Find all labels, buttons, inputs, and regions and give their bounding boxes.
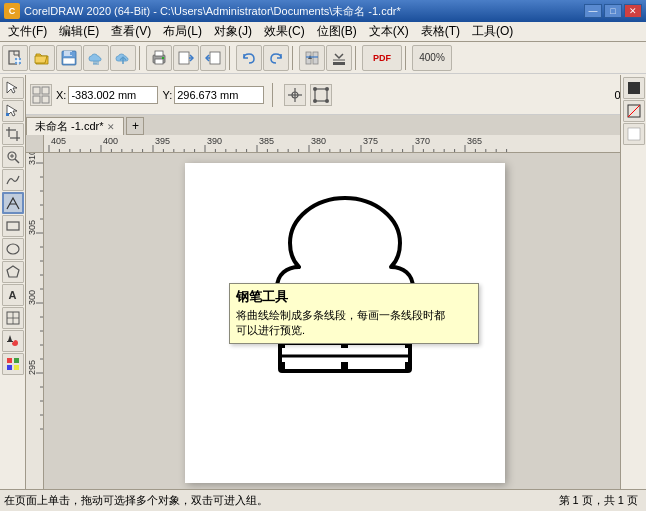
import-button[interactable] [173,45,199,71]
x-input[interactable] [68,86,158,104]
sep3 [292,46,296,70]
svg-rect-18 [210,52,220,64]
ruler-vertical [26,153,44,489]
y-input[interactable] [174,86,264,104]
x-coord-group: X: [56,86,158,104]
svg-rect-103 [14,365,19,370]
save-button[interactable] [56,45,82,71]
zoom-combo[interactable]: 400% [412,45,452,71]
svg-rect-77 [278,362,285,369]
svg-point-94 [7,244,19,254]
svg-point-69 [313,87,317,91]
tooltip-description: 将曲线绘制成多条线段，每画一条线段时都可以进行预览. [236,308,472,339]
svg-point-70 [325,87,329,91]
svg-rect-83 [6,113,9,116]
menu-edit[interactable]: 编辑(E) [53,21,105,42]
canvas-area[interactable]: 钢笔工具 将曲线绘制成多条线段，每画一条线段时都可以进行预览. [26,135,646,489]
minimize-button[interactable]: — [584,4,602,18]
svg-rect-107 [628,128,640,140]
redo-button[interactable] [263,45,289,71]
rt-fill1[interactable] [623,77,645,99]
menu-table[interactable]: 表格(T) [415,21,466,42]
cloud-button2[interactable] [110,45,136,71]
tooltip: 钢笔工具 将曲线绘制成多条线段，每画一条线段时都可以进行预览. [229,283,479,344]
tool-color[interactable] [2,353,24,375]
snap-icon[interactable] [284,84,306,106]
tool-text[interactable]: A [2,284,24,306]
menu-tools[interactable]: 工具(O) [466,21,519,42]
menu-effects[interactable]: 效果(C) [258,21,311,42]
status-bar: 在页面上单击，拖动可选择多个对象，双击可进入组。 第 1 页，共 1 页 [0,489,646,511]
svg-marker-81 [7,82,17,93]
new-button[interactable] [2,45,28,71]
svg-rect-93 [7,222,19,230]
tooltip-title: 钢笔工具 [236,288,472,306]
svg-rect-101 [14,358,19,363]
tab-close-icon[interactable]: ✕ [107,122,115,132]
tool-crop[interactable] [2,123,24,145]
tool-select[interactable] [2,77,24,99]
svg-rect-9 [63,58,75,64]
x-label: X: [56,89,66,101]
tool-rect[interactable] [2,215,24,237]
title-text: CorelDRAW 2020 (64-Bit) - C:\Users\Admin… [24,4,584,19]
rt-fill2[interactable] [623,100,645,122]
svg-rect-24 [333,62,345,65]
tools-panel: A [0,75,26,489]
nav-up-button[interactable] [299,45,325,71]
tool-ellipse[interactable] [2,238,24,260]
svg-marker-95 [7,266,19,277]
svg-rect-8 [70,52,72,55]
svg-rect-16 [179,52,189,64]
undo-button[interactable] [236,45,262,71]
svg-rect-63 [33,96,40,103]
svg-rect-61 [33,87,40,94]
sep4 [355,46,359,70]
svg-rect-64 [42,96,49,103]
print-button[interactable] [146,45,172,71]
maximize-button[interactable]: □ [604,4,622,18]
page-info: 第 1 页，共 1 页 [559,493,638,508]
menu-view[interactable]: 查看(V) [105,21,157,42]
status-text: 在页面上单击，拖动可选择多个对象，双击可进入组。 [4,493,268,508]
tool-fill[interactable] [2,330,24,352]
svg-rect-79 [405,362,412,369]
tool-node[interactable] [2,100,24,122]
add-tab-button[interactable]: + [126,117,144,135]
svg-line-106 [628,105,640,117]
export-button[interactable] [200,45,226,71]
tool-table[interactable] [2,307,24,329]
ruler-horizontal [44,135,646,153]
cloud-button1[interactable] [83,45,109,71]
app-icon: C [4,3,20,19]
nav-down-button[interactable] [326,45,352,71]
svg-rect-14 [155,59,163,64]
svg-rect-99 [7,341,13,342]
menu-text[interactable]: 文本(X) [363,21,415,42]
sep-coord1 [272,83,276,107]
menu-layout[interactable]: 布局(L) [157,21,208,42]
tool-zoom[interactable] [2,146,24,168]
menu-bitmap[interactable]: 位图(B) [311,21,363,42]
y-coord-group: Y: [162,86,264,104]
tool-freehand[interactable] [2,169,24,191]
ruler-v-canvas [26,153,44,489]
snap2-icon[interactable] [310,84,332,106]
y-label: Y: [162,89,172,101]
rt-color1[interactable] [623,123,645,145]
menu-file[interactable]: 文件(F) [2,21,53,42]
open-button[interactable] [29,45,55,71]
svg-point-15 [162,57,164,59]
pdf-button[interactable]: PDF [362,45,402,71]
window-controls: — □ ✕ [584,4,642,18]
sep2 [229,46,233,70]
doc-tab[interactable]: 未命名 -1.cdr* ✕ [26,117,124,135]
svg-rect-104 [628,82,640,94]
sep5 [405,46,409,70]
svg-rect-102 [7,365,12,370]
close-button[interactable]: ✕ [624,4,642,18]
tool-pen[interactable] [2,192,24,214]
drawing-canvas[interactable]: 钢笔工具 将曲线绘制成多条线段，每画一条线段时都可以进行预览. [44,153,646,489]
tool-polygon[interactable] [2,261,24,283]
menu-object[interactable]: 对象(J) [208,21,258,42]
